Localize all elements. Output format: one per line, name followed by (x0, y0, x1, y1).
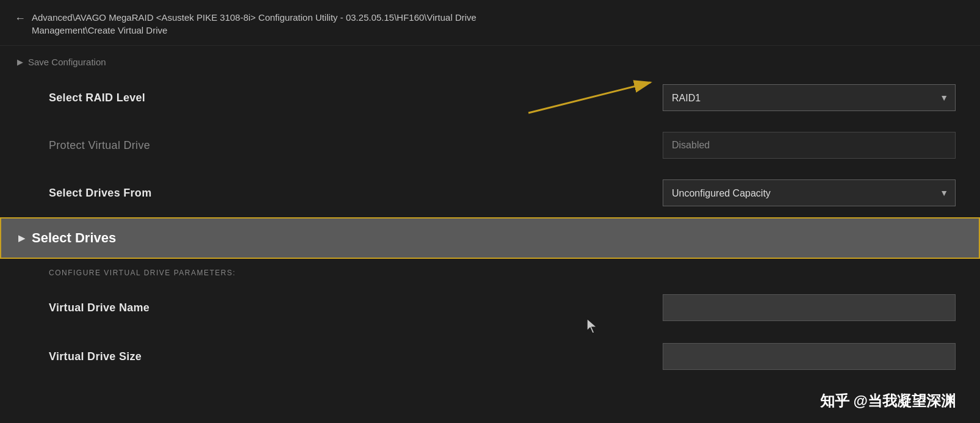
virtual-drive-name-control (663, 294, 956, 321)
select-drives-from-row: Select Drives From Unconfigured Capacity… (0, 168, 980, 217)
breadcrumb-row: ← Advanced\AVAGO MegaRAID <Asustek PIKE … (15, 11, 965, 37)
save-configuration-label: Save Configuration (28, 57, 106, 67)
select-raid-level-label: Select RAID Level (49, 92, 145, 104)
select-raid-level-row: Select RAID Level RAID1 RAID0 RAID5 RAID… (0, 73, 980, 122)
select-drives-from-wrapper: Unconfigured Capacity All Drives Configu… (663, 179, 956, 206)
virtual-drive-size-input[interactable] (663, 343, 956, 370)
protect-virtual-drive-label: Protect Virtual Drive (49, 139, 150, 152)
header: ← Advanced\AVAGO MegaRAID <Asustek PIKE … (0, 0, 980, 46)
raid-level-control: RAID1 RAID0 RAID5 RAID6 RAID10 ▼ (663, 84, 956, 111)
select-drives-row[interactable]: ▶ Select Drives (0, 217, 980, 259)
virtual-drive-name-label: Virtual Drive Name (49, 302, 150, 314)
configure-section-label: CONFIGURE VIRTUAL DRIVE PARAMETERS: (0, 259, 980, 283)
virtual-drive-name-input[interactable] (663, 294, 956, 321)
save-config-chevron-icon: ▶ (17, 57, 23, 67)
select-drives-from-control: Unconfigured Capacity All Drives Configu… (663, 179, 956, 206)
virtual-drive-size-label: Virtual Drive Size (49, 350, 142, 363)
breadcrumb-line2: Management\Create Virtual Drive (32, 24, 477, 37)
virtual-drive-size-row: Virtual Drive Size (0, 332, 980, 381)
virtual-drive-size-control (663, 343, 956, 370)
back-arrow-icon[interactable]: ← (15, 12, 26, 25)
raid-level-select-wrapper: RAID1 RAID0 RAID5 RAID6 RAID10 ▼ (663, 84, 956, 111)
breadcrumb-line1: Advanced\AVAGO MegaRAID <Asustek PIKE 31… (32, 11, 477, 24)
raid-level-select[interactable]: RAID1 RAID0 RAID5 RAID6 RAID10 (663, 84, 956, 111)
select-drives-chevron-icon: ▶ (18, 233, 26, 244)
page-container: ← Advanced\AVAGO MegaRAID <Asustek PIKE … (0, 0, 980, 423)
select-drives-label: Select Drives (32, 230, 116, 246)
select-drives-from-select[interactable]: Unconfigured Capacity All Drives Configu… (663, 179, 956, 206)
protect-vd-input (663, 132, 956, 159)
virtual-drive-name-row: Virtual Drive Name (0, 283, 980, 332)
protect-virtual-drive-row: Protect Virtual Drive (0, 122, 980, 168)
select-drives-from-label: Select Drives From (49, 187, 151, 200)
watermark: 知乎 @当我凝望深渊 (820, 391, 956, 411)
save-configuration-row[interactable]: ▶ Save Configuration (0, 46, 980, 73)
svg-line-1 (528, 82, 650, 113)
breadcrumb: Advanced\AVAGO MegaRAID <Asustek PIKE 31… (32, 11, 477, 37)
protect-vd-control (663, 132, 956, 159)
annotation-arrow-icon (528, 79, 663, 116)
